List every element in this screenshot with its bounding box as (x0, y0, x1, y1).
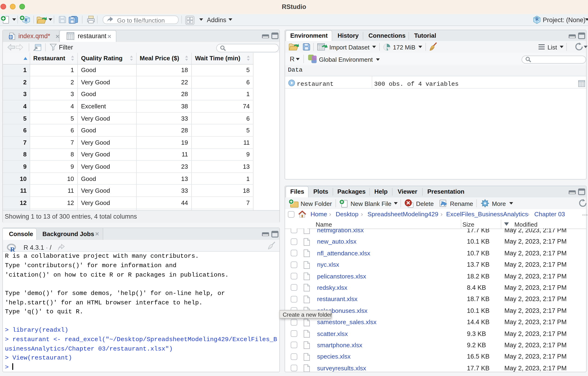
svg-text:R: R (24, 17, 28, 22)
svg-text:R: R (536, 16, 539, 21)
